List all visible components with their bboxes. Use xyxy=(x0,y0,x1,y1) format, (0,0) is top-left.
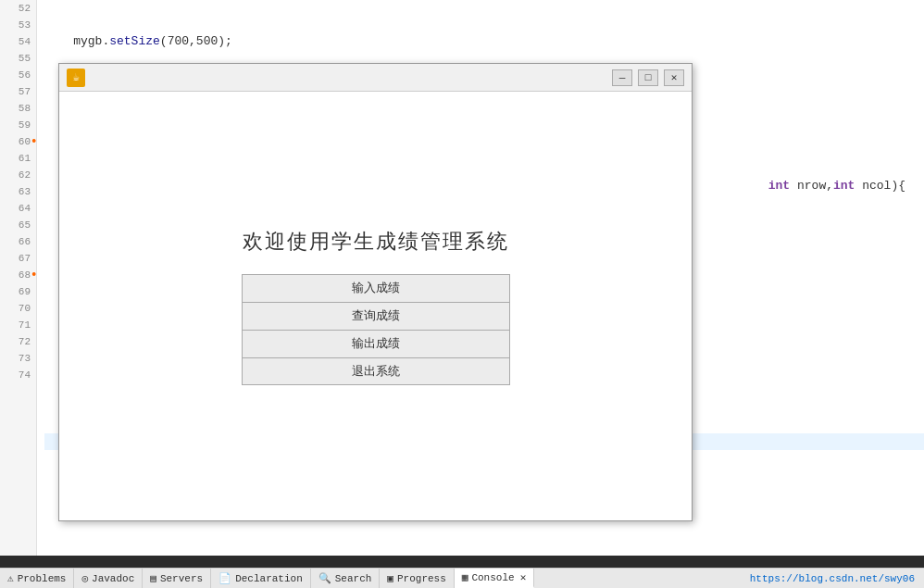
tab-javadoc[interactable]: ◎ Javadoc xyxy=(74,569,143,588)
line-59: 59 xyxy=(0,117,36,133)
problems-label: Problems xyxy=(18,573,67,584)
status-url: https://blog.csdn.net/swy06 xyxy=(750,573,924,584)
declaration-icon: 📄 xyxy=(219,572,231,584)
maximize-button[interactable]: □ xyxy=(638,69,658,86)
line-67: 67 xyxy=(0,250,36,267)
javadoc-label: Javadoc xyxy=(92,573,134,584)
line-60: 60 xyxy=(0,133,36,150)
console-close-icon[interactable]: ✕ xyxy=(520,571,527,583)
line-70: 70 xyxy=(0,300,36,317)
servers-label: Servers xyxy=(160,573,203,584)
problems-icon: ⚠ xyxy=(7,572,14,584)
close-button[interactable]: ✕ xyxy=(664,69,684,86)
line-63: 63 xyxy=(0,183,36,200)
line-69: 69 xyxy=(0,283,36,300)
code-line-52: mygb.setSize(700,500); xyxy=(44,33,924,50)
line-56: 56 xyxy=(0,67,36,83)
button-group: 输入成绩 查询成绩 输出成绩 退出系统 xyxy=(242,274,510,385)
search-label: Search xyxy=(335,573,372,584)
line-55: 55 xyxy=(0,50,36,67)
dialog-body: 欢迎使用学生成绩管理系统 输入成绩 查询成绩 输出成绩 退出系统 xyxy=(59,92,692,520)
dialog-title: 欢迎使用学生成绩管理系统 xyxy=(243,228,509,256)
tab-declaration[interactable]: 📄 Declaration xyxy=(211,569,311,588)
console-icon: ▦ xyxy=(462,571,468,583)
line-74: 74 xyxy=(0,367,36,383)
tab-progress[interactable]: ▣ Progress xyxy=(380,569,454,588)
line-61: 61 xyxy=(0,150,36,167)
exit-system-button[interactable]: 退出系统 xyxy=(242,357,510,385)
progress-label: Progress xyxy=(397,573,446,584)
java-icon: ☕ xyxy=(67,69,85,87)
tab-servers[interactable]: ▤ Servers xyxy=(143,569,211,588)
line-57: 57 xyxy=(0,83,36,100)
line-73: 73 xyxy=(0,350,36,367)
console-label: Console xyxy=(471,572,514,583)
dialog-titlebar: ☕ — □ ✕ xyxy=(59,64,692,92)
dialog-controls: — □ ✕ xyxy=(612,69,684,86)
line-71: 71 xyxy=(0,317,36,333)
java-dialog: ☕ — □ ✕ 欢迎使用学生成绩管理系统 输入成绩 查询成绩 输出成绩 退出系统 xyxy=(58,63,693,521)
input-grade-button[interactable]: 输入成绩 xyxy=(242,274,510,302)
tab-search[interactable]: 🔍 Search xyxy=(311,569,381,588)
minimize-button[interactable]: — xyxy=(612,69,632,86)
right-code-overlay: int nrow,int ncol){ xyxy=(768,179,924,193)
line-52: 52 xyxy=(0,0,36,17)
output-grade-button[interactable]: 输出成绩 xyxy=(242,330,510,357)
tab-console[interactable]: ▦ Console ✕ xyxy=(455,569,534,588)
line-58: 58 xyxy=(0,100,36,117)
servers-icon: ▤ xyxy=(150,572,156,584)
line-64: 64 xyxy=(0,200,36,217)
tab-problems[interactable]: ⚠ Problems xyxy=(0,569,74,588)
status-bar: ⚠ Problems ◎ Javadoc ▤ Servers 📄 Declara… xyxy=(0,568,924,588)
line-53: 53 xyxy=(0,17,36,33)
declaration-label: Declaration xyxy=(235,573,303,584)
search-icon: 🔍 xyxy=(318,572,331,584)
line-numbers: 52 53 54 55 56 57 58 59 60 61 62 63 64 6… xyxy=(0,0,37,556)
javadoc-icon: ◎ xyxy=(81,572,88,584)
line-68: 68 xyxy=(0,267,36,283)
query-grade-button[interactable]: 查询成绩 xyxy=(242,302,510,330)
line-66: 66 xyxy=(0,233,36,250)
code-line-62 xyxy=(44,533,924,550)
line-54: 54 xyxy=(0,33,36,50)
progress-icon: ▣ xyxy=(387,572,393,584)
line-72: 72 xyxy=(0,333,36,350)
line-62: 62 xyxy=(0,167,36,183)
line-65: 65 xyxy=(0,217,36,233)
